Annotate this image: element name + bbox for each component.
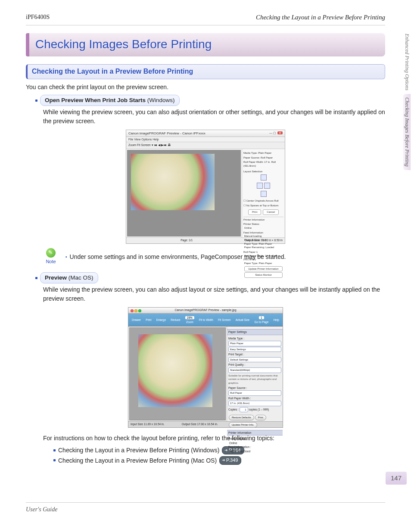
win-menubar: File View Options Help	[126, 137, 285, 142]
page-number: 147	[386, 472, 407, 485]
topic-list: Checking the Layout in a Preview Before …	[53, 446, 385, 465]
mac-desc: While viewing the preview screen, you ca…	[43, 285, 385, 303]
section-title: Checking the Layout in a Preview Before …	[32, 66, 380, 76]
win-statusbar: Page: 1/1 Output Size: 11.00 in × 8.50 i…	[126, 237, 285, 243]
mac-traffic-lights	[131, 308, 142, 314]
win-toolbar: Zoom Fit Screen ▾ ⏮ ◀ ▶ ⏭ 🖶	[126, 142, 285, 149]
chapter-title: Checking Images Before Printing	[35, 36, 379, 53]
chapter-title-bar: Checking Images Before Printing	[26, 33, 385, 57]
topic-item-mac: Checking the Layout in a Preview Before …	[53, 456, 385, 465]
mac-pill-paren: (Mac OS)	[67, 274, 93, 281]
note-label: Note	[43, 258, 59, 265]
mac-preview-screenshot: Canon imagePROGRAF Preview - sample.jpg …	[128, 307, 283, 428]
bullet-icon: •	[65, 255, 67, 259]
mac-side-panel: Paper Settings Media Type : Plain Paper …	[227, 327, 283, 421]
topic-text: Checking the Layout in a Preview Before …	[58, 456, 217, 465]
header-model: iPF6400S	[26, 13, 50, 22]
mac-bullet: Preview (Mac OS)	[35, 272, 385, 284]
mac-title: Canon imagePROGRAF Preview - sample.jpg	[174, 308, 236, 311]
mac-titlebar: Canon imagePROGRAF Preview - sample.jpg	[128, 308, 283, 314]
arrow-right-icon: ➜	[224, 448, 228, 453]
instructions-text: For instructions on how to check the lay…	[43, 434, 385, 442]
topic-item-windows: Checking the Layout in a Preview Before …	[53, 446, 385, 454]
topic-text: Checking the Layout in a Preview Before …	[58, 446, 219, 454]
intro-text: You can check the print layout on the pr…	[26, 83, 385, 91]
arrow-right-icon: ➜	[222, 457, 225, 463]
bullet-icon	[35, 277, 37, 279]
header-breadcrumb: Checking the Layout in a Preview Before …	[256, 13, 385, 22]
side-tab-parent[interactable]: Enhanced Printing Options	[403, 30, 411, 94]
windows-pill-paren: (Windows)	[146, 97, 175, 103]
mac-preview-canvas	[129, 327, 226, 420]
win-title: Canon imagePROGRAF Preview - Canon iPFxx…	[128, 131, 206, 135]
page-ref-link[interactable]: ➜P.349	[219, 456, 241, 465]
bullet-icon	[53, 449, 56, 451]
mac-pill-bold: Preview	[45, 274, 67, 281]
bullet-icon	[53, 459, 56, 461]
windows-pill-bold: Open Preview When Print Job Starts	[45, 97, 146, 103]
mac-toolbar: Drawer Print Enlarge Reduce 28%Zoom Fit …	[128, 314, 283, 327]
page-footer: User's Guide	[26, 502, 385, 514]
win-window-buttons: — ▢ ✕	[269, 131, 283, 135]
section-title-bar: Checking the Layout in a Preview Before …	[26, 64, 385, 79]
win-preview-canvas	[127, 150, 241, 236]
windows-desc: While viewing the preview screen, you ca…	[43, 108, 385, 125]
page-header: iPF6400S Checking the Layout in a Previe…	[26, 13, 385, 25]
win-titlebar: Canon imagePROGRAF Preview - Canon iPFxx…	[126, 130, 285, 137]
side-tabs: Enhanced Printing Options Checking Image…	[403, 30, 411, 170]
windows-bullet: Open Preview When Print Job Starts (Wind…	[35, 95, 385, 106]
note-icon: Note	[43, 248, 59, 265]
windows-preview-screenshot: Canon imagePROGRAF Preview - Canon iPFxx…	[126, 130, 285, 244]
win-side-panel: Media Type: Plain Paper Paper Source: Ro…	[242, 149, 285, 237]
bullet-icon	[35, 100, 37, 102]
windows-pill: Open Preview When Print Job Starts (Wind…	[40, 95, 180, 106]
note-text: •Under some settings and in some environ…	[65, 252, 385, 261]
side-tab-current[interactable]: Checking Images Before Printing	[403, 94, 411, 170]
mac-pill: Preview (Mac OS)	[40, 272, 98, 284]
note-block: Note •Under some settings and in some en…	[43, 248, 385, 265]
pencil-icon	[46, 248, 56, 258]
